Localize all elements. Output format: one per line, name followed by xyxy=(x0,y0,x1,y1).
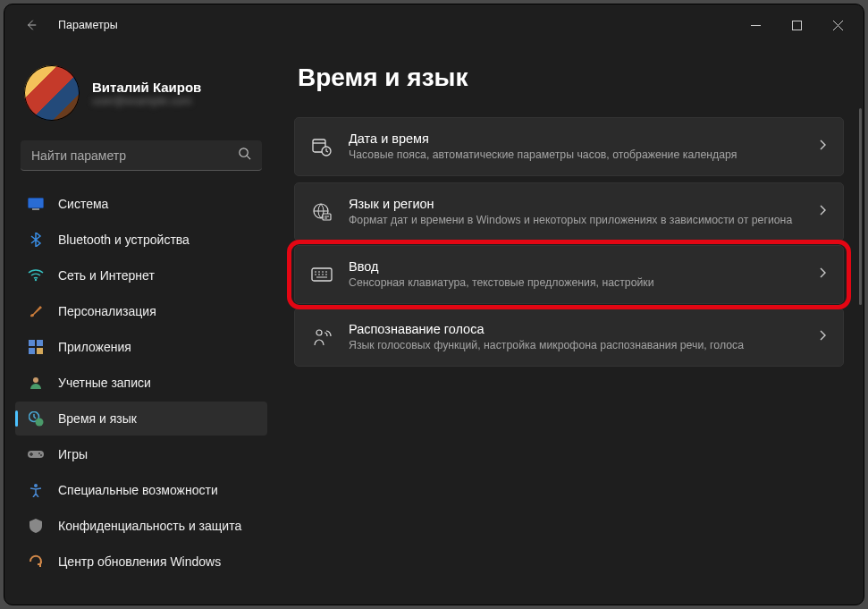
card-subtitle: Сенсорная клавиатура, текстовые предложе… xyxy=(349,275,802,291)
titlebar: Параметры xyxy=(4,4,864,46)
nav-label: Приложения xyxy=(58,340,131,354)
svg-point-13 xyxy=(38,453,40,454)
search-input[interactable] xyxy=(31,148,238,163)
svg-rect-3 xyxy=(32,208,39,210)
card-subtitle: Часовые пояса, автоматические параметры … xyxy=(349,148,802,163)
page-title: Время и язык xyxy=(298,63,844,92)
minimize-button[interactable] xyxy=(735,11,776,39)
svg-point-1 xyxy=(240,148,248,156)
card-body: Язык и регион Формат дат и времени в Win… xyxy=(349,186,802,239)
user-email: user@example.com xyxy=(92,95,201,107)
close-icon xyxy=(833,21,843,30)
nav-label: Игры xyxy=(58,447,88,461)
nav-network[interactable]: Сеть и Интернет xyxy=(15,258,267,292)
games-icon xyxy=(28,446,44,462)
nav-label: Время и язык xyxy=(58,411,137,426)
nav-apps[interactable]: Приложения xyxy=(15,330,267,364)
svg-point-21 xyxy=(316,330,322,335)
nav-bluetooth[interactable]: Bluetooth и устройства xyxy=(15,223,267,257)
chevron-right-icon xyxy=(818,329,827,345)
nav-label: Сеть и Интернет xyxy=(58,268,155,283)
nav-system[interactable]: Система xyxy=(15,187,267,221)
nav-personalization[interactable]: Персонализация xyxy=(15,294,267,328)
window-controls xyxy=(735,11,858,39)
search-icon xyxy=(238,147,251,164)
nav-accessibility[interactable]: Специальные возможности xyxy=(15,473,267,507)
svg-rect-5 xyxy=(29,340,35,346)
card-subtitle: Формат дат и времени в Windows и некотор… xyxy=(349,213,802,228)
sidebar: Виталий Каиров user@example.com Система … xyxy=(4,46,278,605)
privacy-icon xyxy=(28,518,44,534)
calendar-clock-icon xyxy=(311,136,333,157)
maximize-icon xyxy=(792,21,802,30)
nav-label: Конфиденциальность и защита xyxy=(58,519,241,533)
card-body: Ввод Сенсорная клавиатура, текстовые пре… xyxy=(349,249,802,301)
minimize-icon xyxy=(751,21,761,30)
nav-windows-update[interactable]: Центр обновления Windows xyxy=(15,545,267,579)
card-language-region[interactable]: Язык и регион Формат дат и времени в Win… xyxy=(294,182,844,241)
wifi-icon xyxy=(28,267,44,283)
apps-icon xyxy=(28,339,44,355)
nav-label: Система xyxy=(58,197,108,211)
bluetooth-icon xyxy=(28,232,44,248)
nav-label: Центр обновления Windows xyxy=(58,554,221,569)
nav-accounts[interactable]: Учетные записи xyxy=(15,366,267,400)
card-typing[interactable]: Ввод Сенсорная клавиатура, текстовые пре… xyxy=(294,245,844,304)
user-card[interactable]: Виталий Каиров user@example.com xyxy=(15,56,267,135)
nav-privacy[interactable]: Конфиденциальность и защита xyxy=(15,509,267,543)
svg-rect-2 xyxy=(29,199,44,208)
card-title: Распознавание голоса xyxy=(349,322,802,336)
speech-icon xyxy=(311,326,333,348)
svg-point-14 xyxy=(40,454,42,456)
card-body: Дата и время Часовые пояса, автоматическ… xyxy=(349,121,802,173)
nav-gaming[interactable]: Игры xyxy=(15,437,267,471)
user-info: Виталий Каиров user@example.com xyxy=(92,80,201,107)
user-name: Виталий Каиров xyxy=(92,80,201,95)
card-date-time[interactable]: Дата и время Часовые пояса, автоматическ… xyxy=(294,117,844,176)
scrollbar[interactable] xyxy=(859,108,862,305)
svg-point-11 xyxy=(35,418,43,426)
svg-point-4 xyxy=(35,279,37,281)
chevron-right-icon xyxy=(818,139,827,155)
card-body: Распознавание голоса Язык голосовых функ… xyxy=(349,311,802,364)
chevron-right-icon xyxy=(818,204,827,220)
nav-label: Bluetooth и устройства xyxy=(58,233,190,247)
svg-point-9 xyxy=(33,377,38,383)
globe-lang-icon xyxy=(311,201,333,223)
brush-icon xyxy=(28,303,44,319)
display-icon xyxy=(28,196,44,212)
time-lang-icon xyxy=(28,410,44,427)
main-content: Время и язык Дата и время Часовые пояса,… xyxy=(278,46,864,605)
svg-rect-0 xyxy=(792,21,801,30)
svg-rect-7 xyxy=(29,348,35,354)
svg-point-15 xyxy=(34,484,38,487)
accessibility-icon xyxy=(28,482,44,498)
svg-rect-6 xyxy=(37,340,43,346)
nav-label: Персонализация xyxy=(58,304,156,318)
card-title: Дата и время xyxy=(349,131,802,146)
update-icon xyxy=(28,554,44,570)
settings-window: Параметры Виталий Каиров user@example.co… xyxy=(4,4,864,605)
window-title: Параметры xyxy=(58,19,118,31)
chevron-right-icon xyxy=(818,266,827,283)
nav-label: Специальные возможности xyxy=(58,483,218,497)
nav-label: Учетные записи xyxy=(58,376,151,390)
account-icon xyxy=(28,375,44,391)
keyboard-icon xyxy=(311,264,333,285)
card-title: Ввод xyxy=(349,259,802,274)
nav-time-language[interactable]: Время и язык xyxy=(15,402,267,436)
close-button[interactable] xyxy=(817,11,858,39)
maximize-button[interactable] xyxy=(776,11,817,39)
arrow-left-icon xyxy=(25,19,38,31)
search-box[interactable] xyxy=(21,140,262,171)
svg-rect-8 xyxy=(37,348,43,354)
avatar xyxy=(24,65,80,121)
card-subtitle: Язык голосовых функций, настройка микроф… xyxy=(349,338,802,353)
card-wrapper-highlighted: Ввод Сенсорная клавиатура, текстовые пре… xyxy=(294,245,844,304)
settings-cards: Дата и время Часовые пояса, автоматическ… xyxy=(294,117,844,367)
back-button[interactable] xyxy=(19,13,44,38)
nav-list: Система Bluetooth и устройства Сеть и Ин… xyxy=(15,187,267,579)
card-title: Язык и регион xyxy=(349,197,802,211)
window-body: Виталий Каиров user@example.com Система … xyxy=(4,46,864,605)
card-speech[interactable]: Распознавание голоса Язык голосовых функ… xyxy=(294,308,844,367)
